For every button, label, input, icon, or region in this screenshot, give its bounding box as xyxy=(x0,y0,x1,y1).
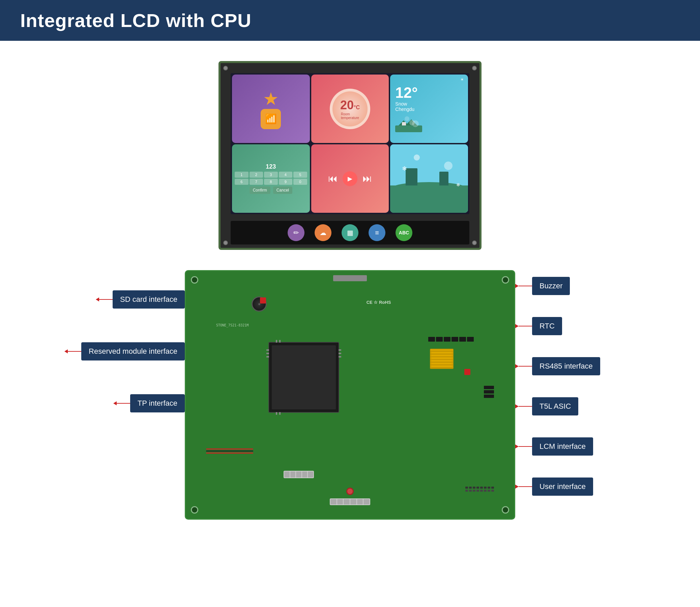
user-interface-arrow xyxy=(518,486,532,487)
svg-point-6 xyxy=(405,116,409,121)
tp-interface-label-row: TP interface xyxy=(113,394,185,413)
buzzer-label: Buzzer xyxy=(532,277,570,295)
lcd-device: ★ 📶 20°C Roomtemperature xyxy=(218,61,482,250)
rtc-label-row: RTC xyxy=(515,317,562,335)
pcb-hole-bl xyxy=(191,506,198,514)
pcb-board: STONE_7S21-8321M CE ☆ RoHS xyxy=(185,270,515,520)
left-labels: SD card interface Reserved module interf… xyxy=(70,270,185,520)
tile-music: ⏮ ▶ ⏭ xyxy=(311,144,389,213)
rtc-arrow xyxy=(518,326,532,327)
svg-rect-3 xyxy=(402,122,406,125)
buzzer-label-row: Buzzer xyxy=(515,277,570,295)
sd-card-slot xyxy=(333,275,367,281)
user-interface-label: User interface xyxy=(532,478,593,496)
weather-temp: 12° xyxy=(395,84,463,101)
tp-interface-arrowhead xyxy=(113,401,116,405)
reserved-module-label: Reserved module interface xyxy=(81,342,185,360)
reserved-module-label-row: Reserved module interface xyxy=(64,342,185,360)
mini-chip-1 xyxy=(428,337,435,341)
tile-keypad: 123 1 2 3 4 5 6 7 8 9 0 Confirm xyxy=(232,144,310,213)
user-interface-label-row: User interface xyxy=(515,478,593,496)
sd-card-label-row: SD card interface xyxy=(96,290,185,309)
key-4[interactable]: 4 xyxy=(279,172,293,178)
red-wires xyxy=(206,448,253,451)
page-title: Integrated LCD with CPU xyxy=(20,9,252,32)
tile-map: ❄ ❄ xyxy=(390,144,468,213)
lcm-label: LCM interface xyxy=(532,437,593,456)
reserved-module-arrowhead xyxy=(64,349,68,353)
temp-circle: 20°C Roomtemperature xyxy=(330,89,370,129)
pcb-chip-row xyxy=(428,337,474,341)
mini-chip-4 xyxy=(451,337,458,341)
lcm-arrowhead xyxy=(515,444,518,448)
key-3[interactable]: 3 xyxy=(264,172,278,178)
ce-marking: CE ☆ RoHS xyxy=(366,300,391,305)
confirm-btn[interactable]: Confirm xyxy=(250,187,271,194)
lcd-section: ★ 📶 20°C Roomtemperature xyxy=(20,61,680,250)
svg-rect-0 xyxy=(395,125,422,132)
svg-point-5 xyxy=(412,120,419,127)
lcm-label-row: LCM interface xyxy=(515,437,593,456)
hole-bottom-right xyxy=(472,240,477,245)
key-0[interactable]: 0 xyxy=(293,179,307,185)
t5l-label: T5L ASIC xyxy=(532,397,578,416)
buzzer-arrowhead xyxy=(515,284,518,288)
sd-card-label: SD card interface xyxy=(113,290,185,309)
rs485-label: RS485 interface xyxy=(532,357,600,375)
page-header: Integrated LCD with CPU xyxy=(0,0,700,41)
key-1[interactable]: 1 xyxy=(235,172,249,178)
main-ic xyxy=(269,342,339,413)
hole-top-left xyxy=(223,66,228,70)
key-2[interactable]: 2 xyxy=(250,172,263,178)
yellow-module xyxy=(430,349,453,369)
rs485-arrowhead xyxy=(515,364,518,368)
pcb-hole-br xyxy=(502,506,509,514)
mini-chip-3 xyxy=(444,337,450,341)
mini-chip-5 xyxy=(459,337,466,341)
key-8[interactable]: 8 xyxy=(264,179,278,185)
temp-value: 20°C xyxy=(340,98,360,112)
key-7[interactable]: 7 xyxy=(250,179,263,185)
buzzer-arrow xyxy=(518,286,532,286)
t5l-arrow xyxy=(518,406,532,407)
bottom-connector xyxy=(330,498,370,505)
key-9[interactable]: 9 xyxy=(279,179,293,185)
right-components xyxy=(484,386,494,398)
t5l-arrowhead xyxy=(515,404,518,409)
bottom-right-components xyxy=(465,487,494,492)
pcb-hole-tr xyxy=(502,276,509,284)
pcb-section: SD card interface Reserved module interf… xyxy=(20,270,680,520)
tp-interface-label: TP interface xyxy=(130,394,185,413)
rtc-label: RTC xyxy=(532,317,562,335)
prev-icon[interactable]: ⏮ xyxy=(328,173,338,184)
reserved-module-arrow xyxy=(68,351,81,352)
pcb-text-label: STONE_7S21-8321M xyxy=(216,323,249,327)
tile-temperature: 20°C Roomtemperature xyxy=(311,75,389,143)
mini-chip-2 xyxy=(436,337,443,341)
cancel-btn[interactable]: Cancel xyxy=(273,187,292,194)
tile-wifi: ★ 📶 xyxy=(232,75,310,143)
main-content: ★ 📶 20°C Roomtemperature xyxy=(0,41,700,533)
rtc-component xyxy=(260,297,266,304)
play-button[interactable]: ▶ xyxy=(343,171,357,186)
weather-location: Chengdu xyxy=(395,107,463,112)
music-controls: ⏮ ▶ ⏭ xyxy=(328,171,372,186)
next-icon[interactable]: ⏭ xyxy=(362,173,372,184)
weather-condition: Snow xyxy=(395,101,463,107)
t5l-label-row: T5L ASIC xyxy=(515,397,578,416)
sd-card-arrow xyxy=(99,299,113,300)
mini-chip-6 xyxy=(467,337,474,341)
hole-top-right xyxy=(472,66,477,70)
sd-card-arrowhead xyxy=(96,297,99,301)
right-labels: Buzzer RTC RS485 interface T5L ASIC xyxy=(515,270,630,520)
key-5[interactable]: 5 xyxy=(293,172,307,178)
rtc-arrowhead xyxy=(515,324,518,328)
lcd-screen: ★ 📶 20°C Roomtemperature xyxy=(231,73,469,214)
lcm-arrow xyxy=(518,446,532,447)
user-interface-component xyxy=(346,488,354,495)
temp-label: Roomtemperature xyxy=(341,112,359,120)
rs485-arrow xyxy=(518,366,532,367)
user-interface-arrowhead xyxy=(515,485,518,489)
pcb-hole-tl xyxy=(191,276,198,284)
key-6[interactable]: 6 xyxy=(235,179,249,185)
